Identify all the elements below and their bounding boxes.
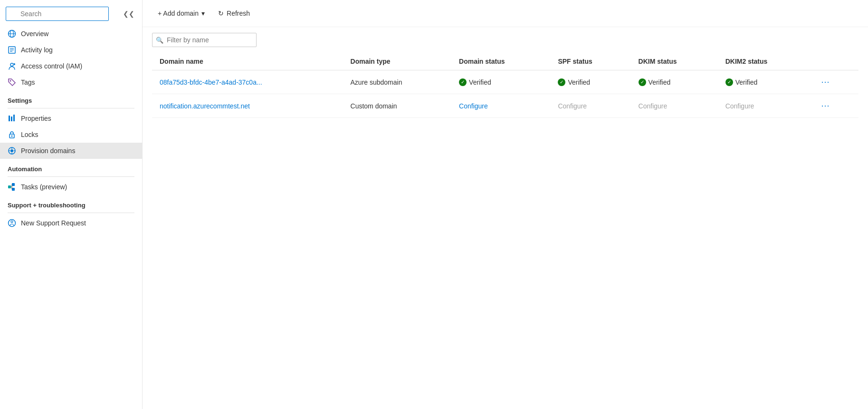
table-container: Domain name Domain type Domain status SP… <box>143 53 868 409</box>
sidebar-item-provision-domains-label: Provision domains <box>21 147 75 155</box>
configure-link[interactable]: Configure <box>459 102 488 110</box>
svg-rect-11 <box>9 116 10 121</box>
add-domain-label: + Add domain <box>158 10 199 17</box>
collapse-button[interactable]: ❮❮ <box>121 8 136 19</box>
tasks-icon <box>8 183 16 191</box>
spf-configure: Configure <box>558 102 587 110</box>
sidebar-item-new-support[interactable]: New Support Request <box>0 215 142 231</box>
lock-icon <box>8 130 16 139</box>
table-row: notification.azurecommtest.netCustom dom… <box>152 94 858 118</box>
sidebar-item-overview-label: Overview <box>21 30 48 38</box>
check-icon: ✓ <box>725 78 733 86</box>
svg-point-17 <box>10 149 13 152</box>
cell-domain-type: Custom domain <box>343 94 452 118</box>
automation-section-header: Automation <box>0 159 142 175</box>
bars-icon <box>8 114 16 123</box>
cell-domain-name: notification.azurecommtest.net <box>152 94 343 118</box>
provision-icon <box>8 146 16 155</box>
cell-dkim-status: ✓Verified <box>631 70 718 94</box>
cell-domain-type: Azure subdomain <box>343 70 452 94</box>
filter-wrapper: 🔍 <box>152 33 257 47</box>
sidebar-item-activity-log-label: Activity log <box>21 46 53 54</box>
col-spf-status: SPF status <box>550 53 630 70</box>
sidebar-item-tags-label: Tags <box>21 78 35 86</box>
cell-dkim2-status: Configure <box>718 94 811 118</box>
svg-text:+: + <box>13 63 14 66</box>
add-domain-dropdown-icon: ▾ <box>201 10 205 17</box>
sidebar-item-iam-label: Access control (IAM) <box>21 62 82 70</box>
sidebar-item-activity-log[interactable]: Activity log <box>0 42 142 58</box>
sidebar-item-new-support-label: New Support Request <box>21 219 86 227</box>
svg-rect-24 <box>12 188 15 191</box>
settings-section-header: Settings <box>0 90 142 106</box>
sidebar-item-locks[interactable]: Locks <box>0 127 142 143</box>
sidebar-item-provision-domains[interactable]: Provision domains <box>0 143 142 159</box>
verified-status: ✓Verified <box>459 78 543 86</box>
refresh-icon: ↻ <box>218 10 224 17</box>
list-icon <box>8 46 16 54</box>
sidebar-item-tags[interactable]: Tags <box>0 74 142 90</box>
col-actions <box>811 53 858 70</box>
table-header-row: Domain name Domain type Domain status SP… <box>152 53 858 70</box>
automation-divider <box>8 176 134 177</box>
table-row: 08fa75d3-bfdc-4be7-a4ad-37c0a...Azure su… <box>152 70 858 94</box>
sidebar-item-tasks-label: Tasks (preview) <box>21 183 67 191</box>
sidebar-item-tasks[interactable]: Tasks (preview) <box>0 179 142 195</box>
table-body: 08fa75d3-bfdc-4be7-a4ad-37c0a...Azure su… <box>152 70 858 118</box>
support-icon <box>8 219 16 227</box>
cell-domain-status: ✓Verified <box>451 70 550 94</box>
svg-point-29 <box>11 221 13 223</box>
cell-domain-status: Configure <box>451 94 550 118</box>
filter-input[interactable] <box>152 33 257 47</box>
col-dkim2-status: DKIM2 status <box>718 53 811 70</box>
col-domain-name: Domain name <box>152 53 343 70</box>
dkim2-verified: ✓Verified <box>725 78 803 86</box>
col-domain-type: Domain type <box>343 53 452 70</box>
spf-verified: ✓Verified <box>558 78 623 86</box>
sidebar-item-properties[interactable]: Properties <box>0 110 142 127</box>
sidebar-item-overview[interactable]: Overview <box>0 26 142 42</box>
add-domain-button[interactable]: + Add domain ▾ <box>152 7 210 20</box>
check-icon: ✓ <box>558 78 565 86</box>
svg-rect-22 <box>8 185 11 188</box>
sidebar-item-locks-label: Locks <box>21 131 38 138</box>
svg-point-15 <box>11 136 13 137</box>
person-icon: + <box>8 62 16 70</box>
tag-icon <box>8 78 16 87</box>
svg-point-10 <box>10 80 11 82</box>
sidebar-item-iam[interactable]: + Access control (IAM) <box>0 58 142 74</box>
table-header: Domain name Domain type Domain status SP… <box>152 53 858 70</box>
refresh-button[interactable]: ↻ Refresh <box>212 7 256 20</box>
more-actions-button[interactable]: ··· <box>818 76 832 88</box>
sidebar-item-properties-label: Properties <box>21 115 51 122</box>
support-section-header: Support + troubleshooting <box>0 195 142 211</box>
search-wrapper: 🔍 <box>6 7 118 21</box>
sidebar: 🔍 ❮❮ Overview Activity log <box>0 0 143 409</box>
search-input[interactable] <box>6 7 109 21</box>
domains-table: Domain name Domain type Domain status SP… <box>152 53 858 118</box>
svg-rect-23 <box>12 183 15 186</box>
cell-dkim-status: Configure <box>631 94 718 118</box>
dkim-configure: Configure <box>639 102 668 110</box>
filter-bar: 🔍 <box>143 27 868 53</box>
col-dkim-status: DKIM status <box>631 53 718 70</box>
cell-dkim2-status: ✓Verified <box>718 70 811 94</box>
cell-spf-status: ✓Verified <box>550 70 630 94</box>
toolbar: + Add domain ▾ ↻ Refresh <box>143 0 868 27</box>
svg-rect-13 <box>13 115 15 121</box>
dkim2-configure: Configure <box>725 102 754 110</box>
domain-name-link[interactable]: 08fa75d3-bfdc-4be7-a4ad-37c0a... <box>160 78 262 86</box>
globe-icon <box>8 29 16 38</box>
domain-name-link[interactable]: notification.azurecommtest.net <box>160 102 250 110</box>
cell-more-actions: ··· <box>811 94 858 118</box>
main-content: + Add domain ▾ ↻ Refresh 🔍 Domain name D… <box>143 0 868 409</box>
col-domain-status: Domain status <box>451 53 550 70</box>
more-actions-button[interactable]: ··· <box>818 100 832 112</box>
cell-spf-status: Configure <box>550 94 630 118</box>
cell-domain-name: 08fa75d3-bfdc-4be7-a4ad-37c0a... <box>152 70 343 94</box>
settings-divider <box>8 108 134 108</box>
check-icon: ✓ <box>639 78 646 86</box>
refresh-label: Refresh <box>227 10 250 17</box>
check-icon: ✓ <box>459 78 467 86</box>
support-divider <box>8 213 134 213</box>
